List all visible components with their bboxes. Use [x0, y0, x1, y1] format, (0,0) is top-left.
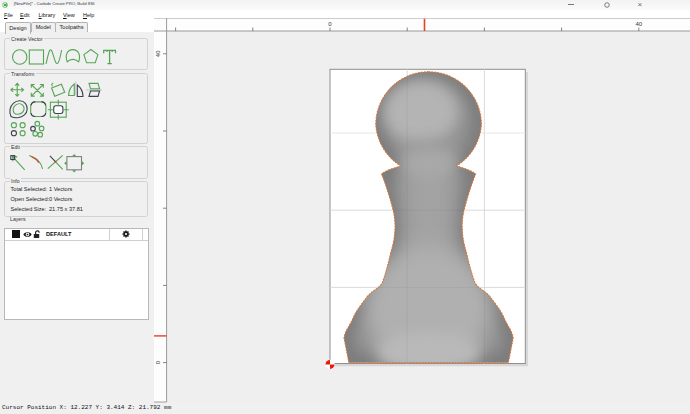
svg-text:40: 40 — [156, 50, 162, 57]
svg-text:40: 40 — [635, 21, 642, 27]
